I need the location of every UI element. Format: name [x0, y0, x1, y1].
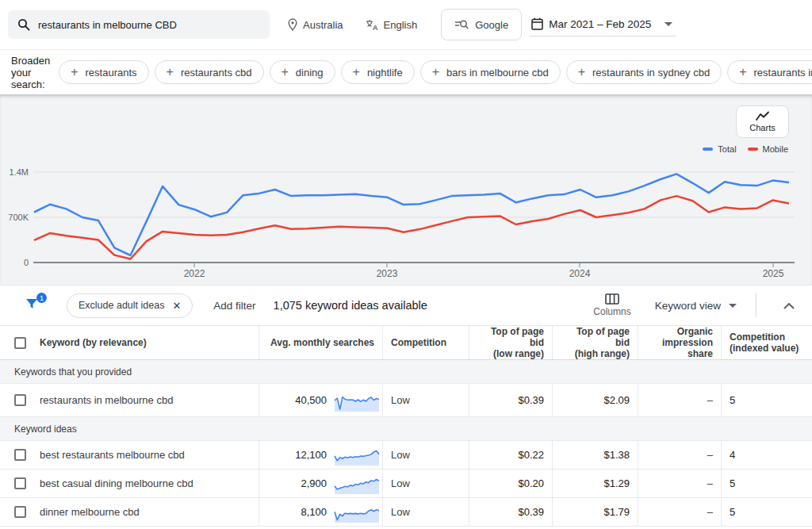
search-input[interactable] [38, 19, 260, 31]
keyword-cell: best restaurants melbourne cbd [0, 441, 259, 469]
plus-icon: + [353, 66, 360, 79]
trend-sparkline[interactable] [334, 473, 380, 495]
broaden-chip-perth[interactable]: + restaurants in perth cbd [727, 60, 812, 84]
date-range-label: Mar 2021 – Feb 2025 [549, 18, 651, 30]
avg-searches-value: 8,100 [301, 506, 327, 518]
location-label: Australia [303, 19, 343, 31]
chevron-down-icon [729, 304, 737, 308]
filter-chip-label: Exclude adult ideas [79, 300, 164, 311]
legend-mobile-label: Mobile [763, 144, 788, 154]
y-tick-max: 1.4M [10, 167, 29, 177]
plus-icon: + [739, 66, 746, 79]
broaden-chip-restaurants-cbd[interactable]: + restaurants cbd [155, 60, 264, 84]
plus-icon: + [71, 66, 78, 79]
competition-cell: Low [383, 498, 469, 526]
broaden-search-bar: Broaden your search: + restaurants + res… [0, 49, 812, 94]
table-row[interactable]: restaurants in melbourne cbd 40,500 Low … [0, 384, 812, 417]
header-top-bid-high[interactable]: Top of page bid (high range) [553, 326, 638, 359]
row-checkbox[interactable] [14, 449, 26, 461]
collapse-section-button[interactable] [777, 299, 801, 312]
table-row[interactable]: dinner melbourne cbd 8,100 Low $0.39 $1.… [0, 498, 812, 527]
keyword-view-dropdown[interactable]: Keyword view [655, 300, 737, 312]
top-bid-low-cell: $0.20 [469, 470, 553, 497]
keyword-search-box[interactable] [8, 10, 270, 39]
chip-label: nightlife [367, 67, 403, 79]
header-top-bid-low[interactable]: Top of page bid (low range) [469, 326, 553, 359]
total-swatch [703, 148, 713, 151]
language-label: English [384, 19, 418, 31]
broaden-chip-sydney[interactable]: + restaurants in sydney cbd [566, 60, 722, 84]
mobile-series-line [34, 196, 789, 259]
top-bid-low-cell: $0.39 [469, 384, 553, 416]
trend-chart: 1.4M 700K 0 2022 2023 2024 2025 [0, 95, 812, 286]
language-selector[interactable]: A English [366, 19, 418, 31]
broaden-chip-restaurants[interactable]: + restaurants [59, 60, 148, 84]
chip-label: restaurants cbd [181, 67, 252, 79]
date-range-selector[interactable]: Mar 2021 – Feb 2025 [530, 13, 676, 36]
header-organic-share[interactable]: Organic impression share [638, 326, 722, 359]
exclude-adult-ideas-chip[interactable]: Exclude adult ideas ✕ [67, 293, 193, 318]
avg-searches-cell: 12,100 [259, 441, 383, 469]
row-checkbox[interactable] [14, 506, 26, 518]
keyword-cell: best casual dining melbourne cbd [0, 470, 259, 497]
columns-button[interactable]: Columns [593, 293, 630, 317]
broaden-chip-nightlife[interactable]: + nightlife [341, 60, 415, 84]
organic-share-cell: – [638, 384, 722, 416]
total-series-line [34, 174, 789, 255]
keyword-cell: restaurants in melbourne cbd [0, 384, 259, 416]
broaden-chip-dining[interactable]: + dining [270, 60, 335, 84]
svg-text:A: A [373, 24, 378, 31]
chip-label: restaurants in perth cbd [754, 67, 812, 79]
row-checkbox[interactable] [14, 394, 26, 406]
filter-funnel-button[interactable]: 1 [24, 295, 44, 316]
top-bid-high-cell: $2.09 [553, 384, 638, 416]
legend-item-total[interactable]: Total [703, 144, 736, 154]
search-network-button[interactable]: Google [441, 9, 522, 40]
legend-item-mobile[interactable]: Mobile [748, 144, 788, 154]
chip-label: restaurants in sydney cbd [592, 67, 710, 79]
section-provided-keywords: Keywords that you provided [0, 360, 812, 384]
chip-label: dining [296, 67, 324, 79]
top-bar: Australia A English Google [0, 0, 812, 49]
table-controls: Columns Keyword view [593, 293, 801, 317]
y-tick-mid: 700K [8, 213, 29, 222]
add-filter-button[interactable]: Add filter [213, 300, 255, 312]
broaden-label: Broaden your search: [11, 55, 50, 90]
vertical-divider [756, 293, 756, 317]
close-icon[interactable]: ✕ [172, 300, 181, 312]
x-tick-2022: 2022 [184, 268, 205, 279]
table-row[interactable]: best casual dining melbourne cbd 2,900 L… [0, 470, 812, 498]
competition-index-cell: 5 [722, 470, 812, 497]
competition-index-cell: 5 [722, 498, 812, 526]
header-competition-index[interactable]: Competition (indexed value) [722, 326, 812, 359]
header-keyword: Keyword (by relevance) [0, 326, 259, 359]
broaden-chip-bars-melbourne[interactable]: + bars in melbourne cbd [420, 60, 561, 84]
avg-searches-value: 12,100 [295, 449, 327, 461]
top-bid-high-cell: $1.79 [553, 498, 638, 526]
columns-icon [605, 293, 619, 305]
search-network-icon [454, 19, 469, 30]
keyword-ideas-count: 1,075 keyword ideas available [274, 299, 427, 312]
trend-sparkline[interactable] [334, 501, 380, 523]
trend-sparkline[interactable] [334, 444, 380, 466]
keyword-text: best casual dining melbourne cbd [40, 477, 193, 489]
header-avg-monthly-searches[interactable]: Avg. monthly searches [259, 326, 383, 359]
organic-share-cell: – [638, 441, 722, 469]
row-checkbox[interactable] [14, 477, 26, 489]
organic-share-cell: – [638, 470, 722, 497]
chart-legend: Total Mobile [703, 144, 788, 154]
keyword-text: best restaurants melbourne cbd [40, 449, 185, 461]
network-label: Google [475, 19, 508, 31]
location-selector[interactable]: Australia [287, 18, 343, 31]
trend-sparkline[interactable] [334, 389, 380, 412]
table-row[interactable]: best restaurants melbourne cbd 12,100 Lo… [0, 441, 812, 470]
charts-toggle-button[interactable]: Charts [736, 105, 789, 138]
search-icon [17, 18, 30, 31]
top-bid-high-cell: $1.29 [553, 470, 638, 497]
keyword-text: restaurants in melbourne cbd [40, 394, 173, 406]
x-tick-2023: 2023 [377, 268, 398, 279]
header-competition[interactable]: Competition [383, 326, 469, 359]
select-all-checkbox[interactable] [14, 337, 26, 349]
translate-icon: A [366, 19, 379, 31]
avg-searches-cell: 8,100 [259, 498, 383, 526]
